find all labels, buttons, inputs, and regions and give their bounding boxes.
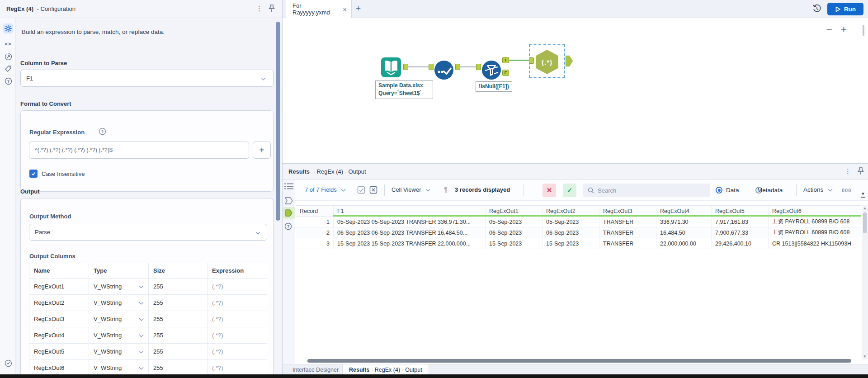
filter-true-anchor[interactable]: T [502, 57, 509, 63]
new-tab-button[interactable]: + [356, 4, 361, 14]
cleanse-output-anchor[interactable] [455, 64, 460, 70]
workflow-canvas[interactable]: − + T F (.*) [283, 18, 868, 164]
regular-expression-field[interactable] [29, 142, 249, 159]
results-horizontal-scrollbar[interactable] [307, 359, 851, 363]
panel-pin-icon[interactable] [268, 4, 276, 15]
input-data-output-anchor[interactable] [403, 64, 408, 70]
filter-false-anchor[interactable]: F [502, 70, 509, 76]
type-dropdown[interactable]: V_WString [89, 360, 148, 376]
filter-annotation[interactable]: !IsNull([F1]) [476, 81, 512, 92]
canvas-scrollbar[interactable] [863, 25, 864, 36]
regex-tool[interactable]: (.*) [536, 50, 558, 74]
data-radio-label[interactable]: Data [726, 187, 739, 194]
type-dropdown[interactable]: V_WString [89, 311, 148, 327]
input-anchor-icon[interactable] [284, 197, 293, 207]
settings-gear-icon[interactable] [3, 24, 13, 33]
zoom-in-button[interactable]: + [841, 24, 847, 35]
help-icon[interactable]: ? [3, 76, 13, 86]
output-method-dropdown[interactable]: Parse [29, 224, 267, 241]
records-displayed-label: 3 records displayed [455, 186, 510, 193]
output-columns-header-row: Name Type Size Expression [29, 263, 267, 278]
scrollbar-thumb[interactable] [863, 213, 867, 233]
select-all-fields-icon[interactable] [357, 186, 365, 196]
table-row[interactable]: 1 05-Sep-2023 05-Sep-2023 TRANSFER 336,9… [296, 217, 861, 227]
results-help-icon[interactable]: ? [284, 222, 292, 232]
document-tab[interactable]: For Rayyyyy.yxmd × [286, 0, 352, 18]
regular-expression-input[interactable] [35, 147, 243, 153]
actions-dropdown[interactable]: Actions [803, 186, 832, 193]
code-view-icon[interactable]: <> [3, 39, 13, 49]
column-to-parse-label: Column to Parse [20, 60, 67, 66]
tab-results-bold: Results [349, 367, 369, 373]
regex-help-icon[interactable]: ? [99, 128, 106, 137]
regex-tool-selection-box[interactable]: (.*) [529, 44, 565, 78]
grid-header-regexout6[interactable]: RegExOut6 [768, 206, 861, 216]
filter-input-anchor[interactable] [476, 64, 481, 70]
run-button[interactable]: Run [827, 3, 863, 15]
output-expression: (.*?) [207, 311, 267, 327]
cleanse-input-anchor[interactable] [429, 64, 434, 70]
grid-header-regexout2[interactable]: RegExOut2 [542, 206, 599, 216]
metadata-radio-label[interactable]: Metadata [757, 187, 783, 194]
connection-filter-true-to-regex[interactable] [509, 60, 530, 61]
validate-check-icon[interactable] [3, 358, 13, 368]
search-input[interactable] [598, 187, 697, 194]
output-size[interactable]: 255 [148, 295, 207, 311]
scroll-up-arrow[interactable]: ▲ [863, 206, 867, 210]
grid-header-regexout1[interactable]: RegExOut1 [485, 206, 542, 216]
output-size[interactable]: 255 [148, 360, 207, 376]
chevron-down-icon [341, 187, 346, 192]
input-data-annotation[interactable]: Sample Data.xlsx Query=`Sheet1$` [375, 80, 433, 99]
table-row[interactable]: 3 15-Sep-2023 15-Sep-2023 TRANSFER 22,00… [296, 238, 861, 249]
deselect-fields-icon[interactable] [369, 186, 377, 196]
grid-header-f1[interactable]: F1 [333, 206, 485, 216]
connection-cleanse-to-filter[interactable] [460, 66, 478, 67]
errors-filter-button[interactable]: ✕ [542, 184, 556, 197]
fields-dropdown[interactable]: 7 of 7 Fields [305, 186, 345, 193]
type-dropdown[interactable]: V_WString [89, 279, 148, 294]
close-tab-icon[interactable]: × [343, 5, 347, 13]
type-dropdown[interactable]: V_WString [89, 295, 148, 311]
filter-tool[interactable] [481, 60, 501, 80]
output-size[interactable]: 255 [148, 327, 207, 343]
type-dropdown[interactable]: V_WString [89, 327, 148, 343]
grid-header-regexout3[interactable]: RegExOut3 [599, 206, 656, 216]
regex-input-anchor[interactable] [529, 57, 534, 64]
grid-header-record[interactable]: Record [296, 206, 333, 216]
scroll-down-arrow[interactable]: ▼ [863, 354, 867, 359]
regex-output-anchor[interactable] [566, 56, 573, 66]
messages-list-icon[interactable] [284, 183, 293, 192]
cell-viewer-label: Cell Viewer [392, 186, 421, 193]
configuration-scrollbar[interactable] [276, 22, 280, 221]
add-expression-button[interactable]: + [253, 142, 271, 159]
table-row[interactable]: 2 06-Sep-2023 06-Sep-2023 TRANSFER 16,48… [296, 227, 861, 238]
grid-header-regexout5[interactable]: RegExOut5 [711, 206, 768, 216]
column-to-parse-dropdown[interactable]: F1 [20, 70, 274, 87]
run-history-icon[interactable] [812, 4, 821, 15]
output-anchor-icon-selected[interactable] [283, 207, 295, 219]
success-filter-button[interactable]: ✓ [563, 184, 576, 197]
results-kebab-menu-icon[interactable]: ⋮ [844, 167, 851, 175]
results-pin-icon[interactable] [857, 167, 865, 178]
tab-interface-designer[interactable]: Interface Designer [286, 364, 345, 375]
tag-icon[interactable] [3, 64, 13, 74]
zoom-out-button[interactable]: − [826, 24, 832, 35]
search-box[interactable] [583, 184, 710, 197]
results-vertical-scrollbar[interactable]: ▲ ▼ [862, 205, 868, 359]
type-dropdown[interactable]: V_WString [89, 344, 148, 359]
output-size[interactable]: 255 [148, 311, 207, 327]
connection-input-to-cleanse[interactable] [408, 66, 431, 67]
cell-viewer-dropdown[interactable]: Cell Viewer [392, 186, 429, 193]
data-radio[interactable] [716, 187, 722, 194]
share-run-icon[interactable] [3, 52, 13, 61]
panel-kebab-menu-icon[interactable]: ⋮ [256, 5, 263, 13]
case-insensitive-checkbox[interactable] [29, 170, 38, 178]
paragraph-marks-icon[interactable]: ¶ [444, 186, 448, 193]
output-size[interactable]: 255 [148, 279, 207, 294]
output-size[interactable]: 255 [148, 344, 207, 359]
input-data-tool[interactable] [381, 57, 401, 78]
tab-results-output[interactable]: Results - RegEx (4) - Output [342, 364, 429, 375]
grid-header-regexout4[interactable]: RegExOut4 [656, 206, 711, 216]
check-tool[interactable] [434, 60, 454, 80]
jump-to-end-icon[interactable]: ▼ [861, 192, 865, 198]
